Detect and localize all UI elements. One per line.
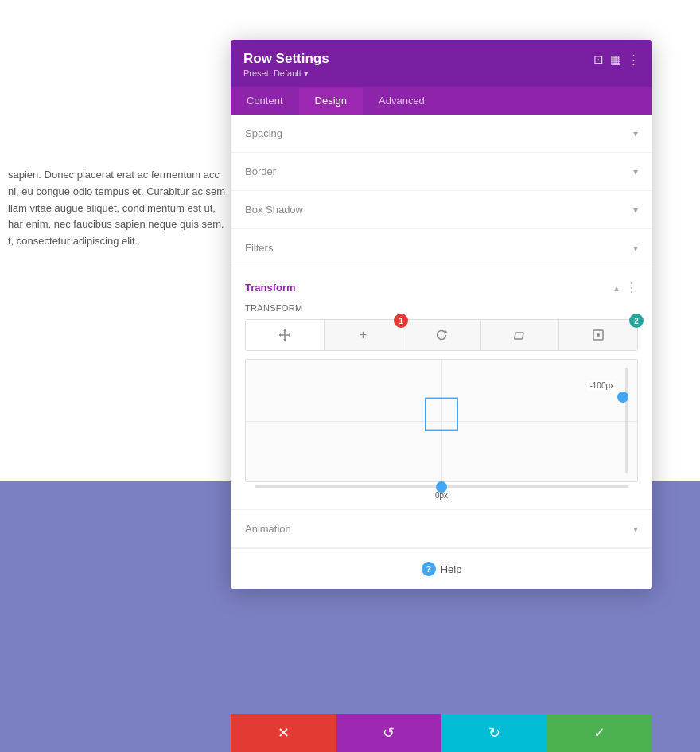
tab-advanced[interactable]: Advanced <box>363 87 441 115</box>
page-text-content: sapien. Donec placerat erat ac fermentum… <box>0 167 235 250</box>
canvas-transform-box <box>425 397 458 431</box>
redo-button[interactable]: ↻ <box>441 714 547 752</box>
transform-canvas[interactable]: -100px <box>245 359 638 482</box>
fullscreen-icon[interactable]: ⊡ <box>593 53 604 67</box>
border-section[interactable]: Border ▾ <box>231 153 652 191</box>
transform-tool-origin[interactable]: 2 <box>559 320 637 350</box>
spacing-section[interactable]: Spacing ▾ <box>231 115 652 153</box>
tab-design[interactable]: Design <box>299 87 363 115</box>
filters-label: Filters <box>245 242 273 254</box>
panel-tabs: Content Design Advanced <box>231 87 652 115</box>
spacing-chevron: ▾ <box>633 128 638 139</box>
transform-more-icon[interactable]: ⋮ <box>625 280 638 295</box>
transform-chevron-up[interactable]: ▴ <box>614 282 619 294</box>
panel-header: Row Settings Preset: Default ▾ ⊡ ▦ ⋮ <box>231 40 652 87</box>
transform-canvas-wrapper: -100px 0px <box>245 359 638 500</box>
columns-icon[interactable]: ▦ <box>610 53 621 67</box>
panel-title: Row Settings <box>243 51 329 67</box>
spacing-label: Spacing <box>245 127 282 139</box>
h-slider-thumb[interactable] <box>436 481 447 493</box>
filters-section[interactable]: Filters ▾ <box>231 229 652 267</box>
v-slider-thumb[interactable] <box>617 392 628 403</box>
v-slider-value: -100px <box>587 380 616 391</box>
box-shadow-chevron: ▾ <box>633 205 638 216</box>
undo-button[interactable]: ↺ <box>336 714 442 752</box>
transform-tool-move[interactable] <box>246 320 325 350</box>
transform-header-icons: ▴ ⋮ <box>614 280 638 295</box>
animation-section: Animation ▾ <box>231 510 652 549</box>
scale-icon: + <box>360 328 367 342</box>
panel-title-group: Row Settings Preset: Default ▾ <box>243 51 329 79</box>
save-button[interactable]: ✓ <box>547 714 653 752</box>
save-icon: ✓ <box>593 724 605 742</box>
transform-badge-2: 2 <box>629 314 644 328</box>
help-row[interactable]: ? Help <box>231 549 652 589</box>
border-label: Border <box>245 166 276 177</box>
filters-chevron: ▾ <box>633 243 638 254</box>
row-settings-panel: Row Settings Preset: Default ▾ ⊡ ▦ ⋮ Con… <box>231 40 652 589</box>
v-slider-track <box>625 368 628 473</box>
tab-content[interactable]: Content <box>231 87 299 115</box>
more-options-icon[interactable]: ⋮ <box>628 53 640 67</box>
animation-row[interactable]: Animation ▾ <box>231 510 652 548</box>
panel-header-icons: ⊡ ▦ ⋮ <box>593 53 640 67</box>
animation-label: Animation <box>245 523 291 535</box>
svg-point-4 <box>597 333 600 337</box>
transform-tool-scale[interactable]: + 1 <box>325 320 403 350</box>
transform-tool-skew[interactable] <box>481 320 560 350</box>
transform-title: Transform <box>245 282 296 294</box>
transform-section: Transform ▴ ⋮ Transform <box>231 267 652 510</box>
animation-chevron: ▾ <box>633 524 638 535</box>
border-chevron: ▾ <box>633 166 638 177</box>
svg-rect-2 <box>514 333 523 339</box>
undo-icon: ↺ <box>383 724 395 742</box>
panel-preset[interactable]: Preset: Default ▾ <box>243 68 329 79</box>
cancel-button[interactable]: ✕ <box>231 714 336 752</box>
help-icon: ? <box>422 562 436 576</box>
help-label: Help <box>441 563 462 575</box>
transform-tools: + 1 <box>245 319 638 351</box>
transform-header[interactable]: Transform ▴ ⋮ <box>231 267 652 303</box>
h-slider-track[interactable] <box>255 485 628 488</box>
action-bar: ✕ ↺ ↻ ✓ <box>231 714 652 752</box>
box-shadow-label: Box Shadow <box>245 204 303 216</box>
redo-icon: ↻ <box>488 724 500 742</box>
box-shadow-section[interactable]: Box Shadow ▾ <box>231 191 652 229</box>
cancel-icon: ✕ <box>278 724 290 742</box>
h-slider-value: 0px <box>435 491 448 500</box>
transform-sublabel: Transform <box>231 303 652 319</box>
panel-body: Spacing ▾ Border ▾ Box Shadow ▾ Filters … <box>231 115 652 589</box>
h-slider-container: 0px <box>245 485 638 500</box>
transform-tool-rotate[interactable] <box>402 320 481 350</box>
